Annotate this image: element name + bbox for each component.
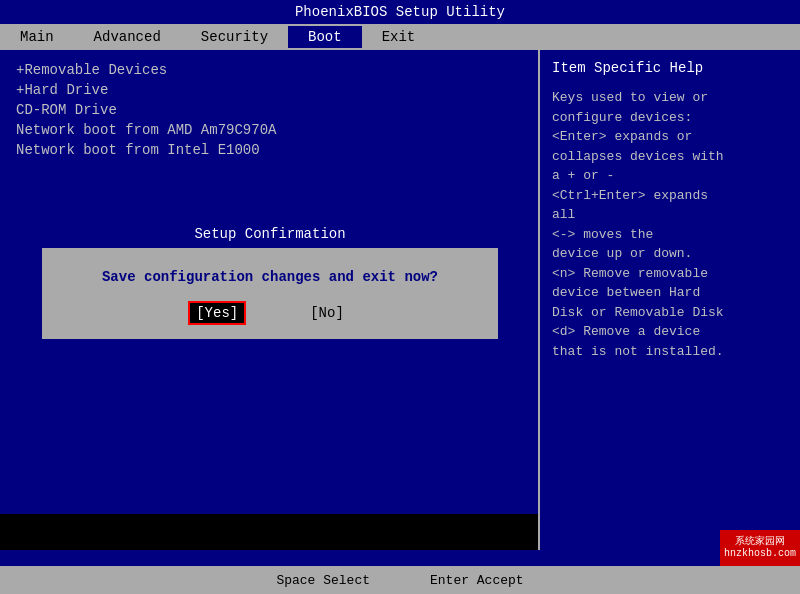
dialog-buttons: [Yes] [No]	[62, 303, 478, 323]
dialog-title: Setup Confirmation	[42, 220, 498, 249]
right-panel: Item Specific Help Keys used to view or …	[540, 50, 800, 550]
app-title: PhoenixBIOS Setup Utility	[295, 4, 505, 20]
status-item-0: Space Select	[276, 573, 370, 588]
no-button[interactable]: [No]	[304, 303, 350, 323]
title-bar: PhoenixBIOS Setup Utility	[0, 0, 800, 24]
watermark: 系统家园网 hnzkhosb.com	[720, 530, 800, 566]
status-item-1: Enter Accept	[430, 573, 524, 588]
dialog-body: Save configuration changes and exit now?…	[42, 249, 498, 339]
yes-button[interactable]: [Yes]	[190, 303, 244, 323]
watermark-text: 系统家园网 hnzkhosb.com	[724, 536, 796, 560]
dialog-box: Setup Confirmation Save configuration ch…	[40, 218, 500, 341]
dialog-overlay: Setup Confirmation Save configuration ch…	[0, 38, 540, 566]
help-text: Keys used to view or configure devices: …	[552, 88, 788, 361]
status-bar: Space Select Enter Accept	[0, 566, 800, 594]
help-title: Item Specific Help	[552, 60, 788, 76]
dialog-message: Save configuration changes and exit now?	[62, 269, 478, 285]
